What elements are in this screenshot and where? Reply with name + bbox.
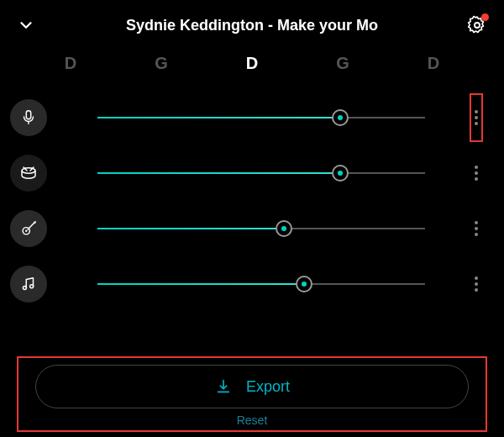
track-menu-button[interactable] — [459, 221, 494, 236]
settings-button[interactable] — [467, 15, 487, 35]
drums-icon — [18, 163, 39, 183]
chord-item[interactable]: G — [297, 54, 388, 73]
track-drums-button[interactable] — [10, 155, 47, 192]
track-row — [10, 201, 494, 256]
track-menu-button[interactable] — [459, 166, 494, 181]
guitar-icon — [19, 219, 38, 238]
track-row — [10, 90, 494, 145]
chord-item[interactable]: D — [25, 54, 116, 73]
svg-point-4 — [25, 230, 27, 232]
track-row — [10, 145, 494, 201]
music-icon — [19, 275, 38, 293]
volume-slider[interactable] — [97, 218, 425, 239]
track-menu-button[interactable] — [459, 276, 494, 292]
track-other-button[interactable] — [10, 266, 47, 303]
track-guitar-button[interactable] — [10, 210, 47, 247]
more-icon — [475, 166, 478, 181]
svg-point-5 — [23, 287, 26, 290]
back-button[interactable] — [17, 16, 50, 34]
volume-slider[interactable] — [97, 163, 425, 183]
svg-rect-1 — [26, 111, 31, 119]
export-label: Export — [246, 378, 290, 396]
chord-item[interactable]: G — [116, 54, 207, 73]
chord-item[interactable]: D — [207, 54, 297, 73]
mic-icon — [19, 108, 38, 127]
more-icon — [475, 221, 478, 236]
track-vocals-button[interactable] — [10, 99, 47, 136]
chevron-down-icon — [17, 16, 35, 34]
notification-dot — [481, 13, 489, 21]
reset-button[interactable]: Reset — [35, 413, 469, 427]
download-icon — [214, 377, 233, 396]
svg-point-6 — [30, 285, 34, 288]
more-icon — [475, 110, 478, 125]
page-title: Sydnie Keddington - Make your Mo — [50, 17, 454, 34]
volume-slider[interactable] — [97, 108, 425, 128]
track-mixer — [0, 90, 504, 312]
more-icon — [475, 276, 478, 292]
track-row — [10, 256, 494, 312]
track-menu-button[interactable] — [470, 93, 483, 142]
volume-slider[interactable] — [97, 274, 425, 294]
svg-point-0 — [475, 23, 480, 28]
export-button[interactable]: Export — [35, 365, 469, 408]
chord-row: D G D G D — [0, 44, 504, 90]
svg-point-2 — [22, 168, 35, 173]
chord-item[interactable]: D — [388, 54, 479, 73]
